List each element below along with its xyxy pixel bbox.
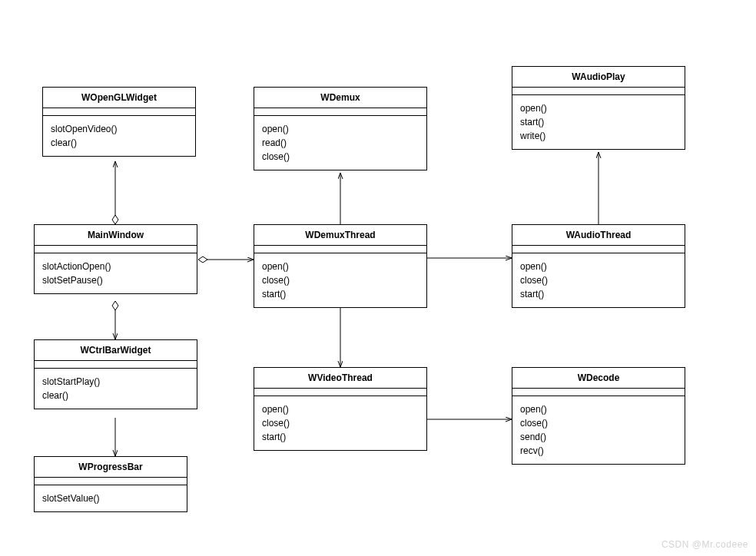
class-spacer: [512, 88, 685, 95]
method: slotSetPause(): [42, 273, 189, 287]
class-methods: open() close() start(): [512, 253, 685, 307]
method: close(): [262, 150, 419, 164]
method: slotActionOpen(): [42, 260, 189, 273]
class-title: WDecode: [512, 368, 685, 389]
class-wprogressbar: WProgressBar slotSetValue(): [34, 456, 187, 512]
method: open(): [520, 402, 677, 416]
method: open(): [520, 260, 677, 273]
class-title: MainWindow: [35, 225, 197, 246]
class-wdemux: WDemux open() read() close(): [254, 87, 427, 170]
class-methods: slotSetValue(): [35, 485, 187, 511]
method: clear(): [51, 136, 187, 150]
method: open(): [262, 122, 419, 136]
class-spacer: [254, 108, 426, 116]
method: slotOpenVideo(): [51, 122, 187, 136]
method: recv(): [520, 444, 677, 458]
class-wvideothread: WVideoThread open() close() start(): [254, 367, 427, 451]
class-waudiothread: WAudioThread open() close() start(): [512, 224, 685, 308]
class-methods: slotActionOpen() slotSetPause(): [35, 253, 197, 293]
method: start(): [262, 287, 419, 301]
class-methods: open() read() close(): [254, 116, 426, 170]
class-wopenglwidget: WOpenGLWidget slotOpenVideo() clear(): [42, 87, 196, 157]
method: close(): [262, 416, 419, 430]
method: start(): [262, 430, 419, 444]
class-title: WDemuxThread: [254, 225, 426, 246]
watermark: CSDN @Mr.codeee: [662, 539, 748, 550]
method: slotStartPlay(): [42, 375, 189, 389]
class-title: WOpenGLWidget: [43, 88, 195, 108]
method: slotSetValue(): [42, 491, 179, 505]
method: open(): [520, 101, 677, 115]
class-title: WVideoThread: [254, 368, 426, 389]
method: clear(): [42, 389, 189, 402]
class-spacer: [512, 389, 685, 396]
method: start(): [520, 115, 677, 129]
class-spacer: [35, 478, 187, 485]
class-methods: slotStartPlay() clear(): [35, 369, 197, 409]
method: send(): [520, 430, 677, 444]
class-wctrlbarwidget: WCtrlBarWidget slotStartPlay() clear(): [34, 339, 197, 409]
class-title: WAudioPlay: [512, 67, 685, 88]
class-title: WProgressBar: [35, 457, 187, 478]
method: close(): [520, 416, 677, 430]
method: open(): [262, 260, 419, 273]
class-wdemuxthread: WDemuxThread open() close() start(): [254, 224, 427, 308]
class-methods: open() start() write(): [512, 95, 685, 149]
class-spacer: [35, 246, 197, 253]
class-spacer: [35, 361, 197, 369]
class-methods: open() close() start(): [254, 253, 426, 307]
class-mainwindow: MainWindow slotActionOpen() slotSetPause…: [34, 224, 197, 294]
class-title: WDemux: [254, 88, 426, 108]
method: write(): [520, 129, 677, 143]
class-spacer: [43, 108, 195, 116]
class-methods: slotOpenVideo() clear(): [43, 116, 195, 156]
class-methods: open() close() send() recv(): [512, 396, 685, 464]
method: read(): [262, 136, 419, 150]
class-spacer: [512, 246, 685, 253]
method: close(): [520, 273, 677, 287]
class-methods: open() close() start(): [254, 396, 426, 450]
class-title: WCtrlBarWidget: [35, 340, 197, 361]
class-wdecode: WDecode open() close() send() recv(): [512, 367, 685, 465]
class-spacer: [254, 246, 426, 253]
method: close(): [262, 273, 419, 287]
class-title: WAudioThread: [512, 225, 685, 246]
class-spacer: [254, 389, 426, 396]
class-waudioplay: WAudioPlay open() start() write(): [512, 66, 685, 150]
method: open(): [262, 402, 419, 416]
method: start(): [520, 287, 677, 301]
